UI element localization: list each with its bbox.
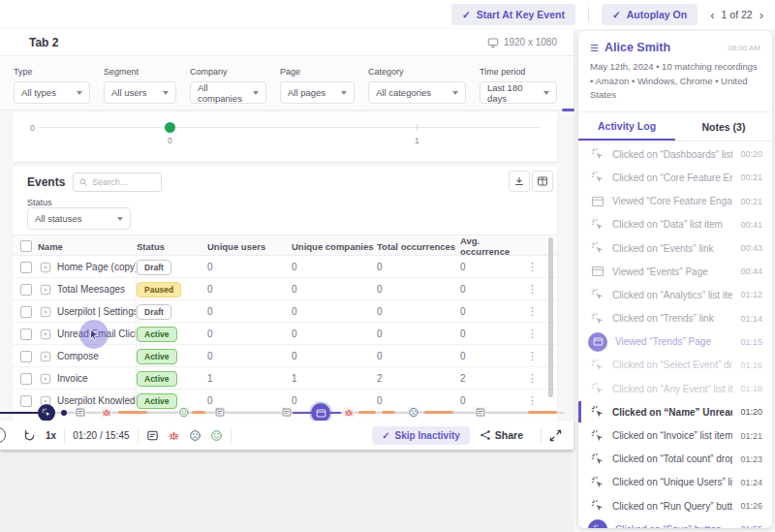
row-checkbox[interactable] <box>20 306 32 318</box>
search-icon <box>78 177 88 187</box>
note-marker-icon[interactable] <box>282 407 293 418</box>
filter-page-select[interactable]: All pages <box>280 81 355 104</box>
hamburger-icon[interactable]: ☰ <box>590 43 599 53</box>
download-icon <box>513 175 525 187</box>
next-recording-button[interactable]: › <box>760 9 763 21</box>
row-checkbox[interactable] <box>20 262 32 273</box>
selected-event-segment <box>293 412 312 414</box>
user-name[interactable]: Alice Smith <box>604 41 722 54</box>
tab-notes[interactable]: Notes (3) <box>675 112 772 141</box>
click-icon <box>591 429 604 443</box>
status-badge: Active <box>137 371 177 387</box>
rotate-icon <box>23 429 36 442</box>
note-marker-icon[interactable] <box>215 407 226 418</box>
status-filter-select[interactable]: All statuses <box>27 207 131 230</box>
check-icon: ✓ <box>462 9 471 20</box>
sidebar-tabs: Activity Log Notes (3) <box>578 112 772 141</box>
activity-log-item[interactable]: Clicked on “Run Query” button01:26 <box>578 494 772 517</box>
click-icon <box>591 241 604 255</box>
session-timeline[interactable] <box>0 405 574 421</box>
fullscreen-button[interactable] <box>549 429 562 442</box>
search-input[interactable] <box>92 177 152 187</box>
note-marker-icon[interactable] <box>76 407 86 418</box>
event-icon <box>40 373 51 385</box>
activity-log-item[interactable]: Clicked on “Any Event” list item01:18 <box>578 377 772 400</box>
activity-log-item[interactable]: Viewed “Events” Page00:44 <box>578 260 772 283</box>
activity-log-item[interactable]: Clicked on “Unique Users” list item01:24 <box>578 471 772 494</box>
activity-log-item[interactable]: Viewed “Core Feature Engagment”00:21 <box>578 190 772 213</box>
tab-activity-log[interactable]: Activity Log <box>578 112 675 141</box>
play-button-partial[interactable] <box>0 427 6 443</box>
controls-divider <box>231 428 232 443</box>
inactivity-segment <box>358 411 376 414</box>
note-marker-icon[interactable] <box>476 407 486 418</box>
activity-log-item[interactable]: Clicked on “Events” link00:43 <box>578 236 772 260</box>
row-checkbox[interactable] <box>20 329 32 340</box>
page-icon <box>316 408 326 419</box>
table-row[interactable]: Invoice Active 1 1 2 2 ⋮ <box>13 367 557 390</box>
filter-time-period-select[interactable]: Last 180 days <box>480 81 557 104</box>
frustration-marker-icon[interactable] <box>409 407 419 418</box>
row-checkbox[interactable] <box>20 351 32 362</box>
table-scrollbar[interactable] <box>548 237 553 397</box>
filter-company-select[interactable]: All companies <box>190 81 266 104</box>
status-badge: Draft <box>137 304 171 320</box>
check-icon: ✓ <box>612 9 621 20</box>
filter-type-select[interactable]: All types <box>14 81 90 104</box>
recording-pager: ‹ 1 of 22 › <box>710 9 763 21</box>
row-checkbox[interactable] <box>20 284 32 296</box>
activity-log-item[interactable]: Clicked on “Save” button01:55 <box>578 517 772 528</box>
speed-button[interactable]: 1x <box>46 430 56 441</box>
events-search[interactable] <box>73 172 162 192</box>
resolution-value: 1920 x 1080 <box>504 37 557 47</box>
prev-recording-button[interactable]: ‹ <box>710 9 714 21</box>
timeline-event-dot[interactable] <box>61 410 67 416</box>
start-at-key-event-button[interactable]: ✓ Start At Key Event <box>451 4 575 25</box>
status-badge: Paused <box>137 282 181 297</box>
event-icon <box>40 351 51 362</box>
table-row[interactable]: Total Meesages Paused 0 0 0 0 ⋮ <box>13 278 557 300</box>
skip-inactivity-toggle[interactable]: ✓ Skip Inactivity <box>372 426 470 445</box>
activity-log-item[interactable]: Clicked on “Invoice” list item01:21 <box>578 423 772 447</box>
event-icon <box>40 262 51 273</box>
error-marker-icon[interactable] <box>344 407 355 418</box>
activity-log-item[interactable]: Clicked on “Total count” dropdown01:23 <box>578 448 772 471</box>
filter-segment-select[interactable]: All users <box>104 81 176 104</box>
share-button[interactable]: Share <box>480 429 523 441</box>
notes-button[interactable] <box>146 429 159 442</box>
event-icon <box>40 284 51 296</box>
page-icon <box>593 336 604 347</box>
click-icon <box>591 171 604 184</box>
chevron-down-icon <box>77 91 82 95</box>
activity-log-item[interactable]: Clicked on “Dashboards” list item00:20 <box>578 142 772 166</box>
activity-log-item[interactable]: Clicked on “Core Feature Engagem...00:21 <box>578 166 772 189</box>
activity-log-item[interactable]: Clicked on “Trends” link01:14 <box>578 306 772 329</box>
columns-button[interactable] <box>532 171 553 192</box>
page-indicator: 1 of 22 <box>722 9 753 20</box>
table-row[interactable]: Home Page (copy) Draft 0 0 0 0 ⋮ <box>13 256 557 278</box>
autoplay-toggle-button[interactable]: ✓ Autoplay On <box>602 4 698 25</box>
activity-log-item-current[interactable]: Clicked on “Name” Unread Email C...01:20 <box>578 400 772 423</box>
happy-button[interactable] <box>210 429 223 442</box>
selected-event-marker[interactable] <box>311 403 330 422</box>
errors-button[interactable] <box>168 429 180 442</box>
row-checkbox[interactable] <box>20 373 32 385</box>
activity-log-item[interactable]: Clicked on “Select Event” dropdown01:16 <box>578 354 772 377</box>
filter-type-label: Type <box>14 67 90 77</box>
page-icon <box>591 265 604 278</box>
activity-log-item[interactable]: Viewed “Trends” Page01:15 <box>578 330 772 354</box>
timeline-playhead[interactable] <box>38 404 55 422</box>
select-all-checkbox[interactable] <box>20 240 32 252</box>
frustration-button[interactable] <box>189 429 202 442</box>
filter-category-select[interactable]: All categories <box>368 81 466 104</box>
session-start-time: 08:00 AM <box>728 44 760 52</box>
export-button[interactable] <box>509 171 530 192</box>
data-point-dot[interactable] <box>165 122 175 133</box>
activity-log-item[interactable]: Clicked on “Analytics” list item01:12 <box>578 283 772 306</box>
activity-log-item[interactable]: Clicked on “Data” list item00:41 <box>578 213 772 236</box>
happy-marker-icon[interactable] <box>179 407 190 418</box>
share-icon <box>480 429 491 441</box>
replay-back-button[interactable] <box>23 429 36 442</box>
filter-time-period-label: Time period <box>480 67 557 77</box>
error-marker-icon[interactable] <box>102 407 112 418</box>
